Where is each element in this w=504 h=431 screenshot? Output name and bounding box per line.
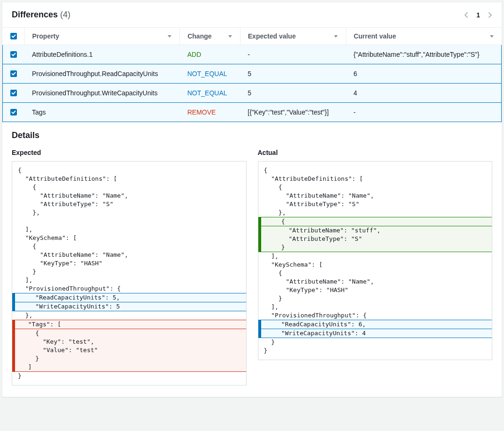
- code-line: },: [12, 311, 246, 320]
- sort-icon: [333, 34, 338, 38]
- row-property: AttributeDefinitions.1: [24, 45, 180, 64]
- col-property-label: Property: [32, 32, 60, 40]
- code-line: "ProvisionedThroughput": {: [258, 311, 492, 320]
- row-property: ProvisionedThroughput.WriteCapacityUnits: [24, 84, 180, 103]
- row-change: NOT_EQUAL: [180, 64, 240, 84]
- row-expected: [{"Key":"test","Value":"test"}]: [240, 103, 346, 122]
- code-line: {: [12, 242, 246, 251]
- code-line: ],: [258, 252, 492, 261]
- code-line: }: [12, 268, 246, 276]
- row-change: ADD: [180, 45, 240, 64]
- expected-code: { "AttributeDefinitions": [ { "Attribute…: [12, 161, 247, 385]
- col-change[interactable]: Change: [180, 28, 240, 45]
- details-grid: Expected { "AttributeDefinitions": [ { "…: [2, 143, 502, 397]
- row-current: 6: [346, 64, 501, 84]
- code-line: "AttributeType": "S": [258, 235, 493, 243]
- row-change: NOT_EQUAL: [180, 84, 240, 103]
- select-all-checkbox[interactable]: [10, 33, 17, 39]
- panel-header: Differences (4) 1: [2, 2, 502, 28]
- code-line: },: [258, 208, 492, 217]
- code-line: ],: [12, 225, 246, 234]
- col-property[interactable]: Property: [24, 28, 180, 45]
- code-line: "KeyType": "HASH": [258, 286, 492, 294]
- code-line: "ReadCapacityUnits": 5,: [12, 293, 247, 302]
- code-line: "WriteCapacityUnits": 4: [258, 329, 493, 338]
- row-current: {"AttributeName":"stuff","AttributeType"…: [346, 45, 501, 64]
- code-line: "AttributeDefinitions": [: [258, 175, 492, 183]
- code-line: "AttributeType": "S": [258, 200, 492, 208]
- code-line: "AttributeName": "Name",: [258, 192, 492, 200]
- pager: 1: [464, 11, 492, 19]
- table-header-row: Property Change Expected value: [3, 28, 502, 45]
- row-expected: 5: [240, 64, 346, 84]
- code-line: }: [258, 346, 492, 355]
- expected-label: Expected: [12, 149, 247, 156]
- row-property: ProvisionedThroughput.ReadCapacityUnits: [24, 64, 180, 84]
- code-line: }: [258, 294, 492, 303]
- code-line: },: [12, 208, 246, 217]
- page-number: 1: [476, 11, 480, 19]
- code-line: }: [12, 372, 246, 380]
- row-change: REMOVE: [180, 103, 240, 122]
- actual-column: Actual { "AttributeDefinitions": [ { "At…: [258, 149, 493, 385]
- sort-icon: [167, 34, 172, 38]
- actual-label: Actual: [258, 149, 493, 156]
- table-row[interactable]: TagsREMOVE[{"Key":"test","Value":"test"}…: [3, 103, 502, 122]
- code-line: "AttributeDefinitions": [: [12, 175, 246, 183]
- title-count: (4): [60, 10, 70, 19]
- code-line: }: [12, 354, 247, 363]
- row-expected: 5: [240, 84, 346, 103]
- code-line: "Tags": [: [12, 320, 247, 329]
- col-current[interactable]: Current value: [346, 28, 501, 45]
- sort-icon: [228, 34, 233, 38]
- code-line: "ReadCapacityUnits": 6,: [258, 320, 493, 329]
- code-line: [12, 217, 246, 225]
- row-checkbox-cell: [3, 45, 25, 64]
- code-line: "KeySchema": [: [258, 261, 492, 269]
- code-line: "AttributeName": "Name",: [258, 277, 492, 286]
- differences-table: Property Change Expected value: [2, 28, 502, 122]
- row-checkbox[interactable]: [10, 109, 17, 115]
- row-checkbox-cell: [3, 64, 25, 84]
- row-checkbox[interactable]: [10, 70, 17, 77]
- code-line: {: [258, 269, 492, 277]
- col-current-label: Current value: [354, 32, 396, 40]
- col-expected-label: Expected value: [248, 32, 296, 40]
- code-line: "KeySchema": [: [12, 234, 246, 242]
- code-line: {: [258, 217, 493, 226]
- code-line: "Key": "test",: [12, 338, 247, 346]
- row-expected: -: [240, 45, 346, 64]
- sort-icon: [489, 34, 494, 38]
- page-prev-icon[interactable]: [464, 12, 469, 18]
- actual-code: { "AttributeDefinitions": [ { "Attribute…: [258, 161, 493, 360]
- table-row[interactable]: ProvisionedThroughput.WriteCapacityUnits…: [3, 84, 502, 103]
- title-text: Differences: [12, 10, 58, 19]
- code-line: }: [258, 338, 492, 346]
- code-line: "AttributeName": "stuff",: [258, 226, 493, 235]
- code-line: }: [258, 243, 493, 252]
- code-line: {: [258, 183, 492, 192]
- row-checkbox[interactable]: [10, 51, 17, 58]
- code-line: "AttributeName": "Name",: [12, 251, 246, 259]
- code-line: {: [12, 183, 246, 192]
- row-checkbox-cell: [3, 103, 25, 122]
- code-line: {: [12, 329, 247, 338]
- row-checkbox[interactable]: [10, 90, 17, 96]
- row-current: -: [346, 103, 501, 122]
- panel-title: Differences (4): [12, 10, 70, 20]
- code-line: {: [258, 166, 492, 175]
- table-row[interactable]: ProvisionedThroughput.ReadCapacityUnitsN…: [3, 64, 502, 84]
- col-expected[interactable]: Expected value: [240, 28, 346, 45]
- row-checkbox-cell: [3, 84, 25, 103]
- code-line: "Value": "test": [12, 346, 247, 354]
- code-line: "AttributeName": "Name",: [12, 192, 246, 200]
- page-next-icon[interactable]: [488, 12, 492, 18]
- table-row[interactable]: AttributeDefinitions.1ADD-{"AttributeNam…: [3, 45, 502, 64]
- code-line: "KeyType": "HASH": [12, 259, 246, 268]
- code-line: {: [12, 166, 246, 175]
- select-all-header: [3, 28, 25, 45]
- details-title: Details: [2, 122, 502, 143]
- row-current: 4: [346, 84, 501, 103]
- code-line: ],: [258, 303, 492, 311]
- code-line: "WriteCapacityUnits": 5: [12, 302, 247, 311]
